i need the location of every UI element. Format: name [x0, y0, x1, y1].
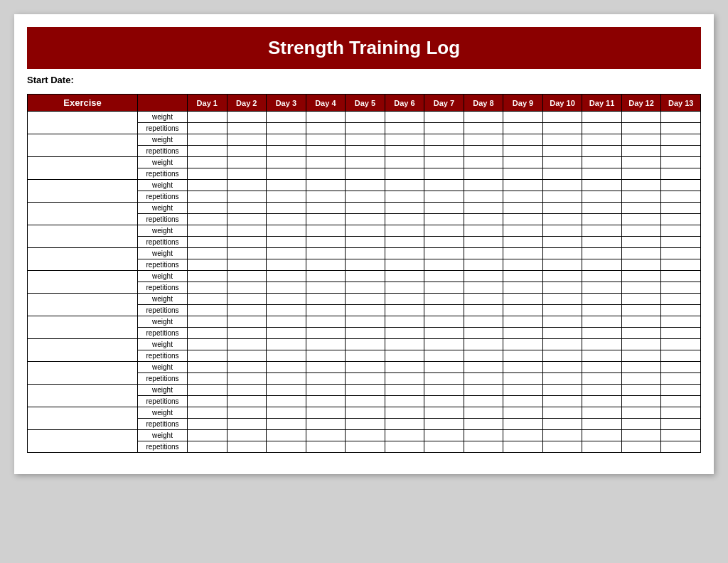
- data-cell[interactable]: [582, 419, 622, 430]
- data-cell[interactable]: [424, 373, 464, 385]
- data-cell[interactable]: [227, 134, 267, 146]
- data-cell[interactable]: [385, 430, 424, 441]
- data-cell[interactable]: [346, 168, 385, 180]
- data-cell[interactable]: [346, 259, 385, 271]
- data-cell[interactable]: [542, 157, 582, 168]
- data-cell[interactable]: [424, 294, 464, 305]
- data-cell[interactable]: [582, 225, 622, 237]
- data-cell[interactable]: [661, 419, 701, 430]
- data-cell[interactable]: [503, 237, 543, 248]
- data-cell[interactable]: [346, 248, 385, 259]
- data-cell[interactable]: [503, 305, 543, 316]
- exercise-cell[interactable]: [28, 362, 138, 385]
- data-cell[interactable]: [542, 180, 582, 191]
- data-cell[interactable]: [306, 430, 346, 441]
- data-cell[interactable]: [227, 146, 267, 157]
- data-cell[interactable]: [385, 157, 424, 168]
- data-cell[interactable]: [582, 214, 622, 225]
- data-cell[interactable]: [621, 305, 661, 316]
- data-cell[interactable]: [267, 407, 306, 419]
- data-cell[interactable]: [306, 350, 346, 362]
- data-cell[interactable]: [385, 362, 424, 373]
- data-cell[interactable]: [464, 294, 503, 305]
- data-cell[interactable]: [385, 112, 424, 123]
- data-cell[interactable]: [424, 328, 464, 339]
- data-cell[interactable]: [621, 441, 661, 453]
- data-cell[interactable]: [542, 214, 582, 225]
- data-cell[interactable]: [542, 123, 582, 134]
- data-cell[interactable]: [188, 339, 228, 350]
- data-cell[interactable]: [346, 271, 385, 282]
- data-cell[interactable]: [621, 294, 661, 305]
- data-cell[interactable]: [661, 146, 701, 157]
- data-cell[interactable]: [188, 157, 228, 168]
- exercise-cell[interactable]: [28, 112, 138, 134]
- data-cell[interactable]: [621, 396, 661, 407]
- data-cell[interactable]: [464, 157, 503, 168]
- data-cell[interactable]: [306, 180, 346, 191]
- data-cell[interactable]: [661, 248, 701, 259]
- data-cell[interactable]: [503, 294, 543, 305]
- data-cell[interactable]: [582, 134, 622, 146]
- data-cell[interactable]: [582, 396, 622, 407]
- data-cell[interactable]: [267, 123, 306, 134]
- data-cell[interactable]: [424, 305, 464, 316]
- data-cell[interactable]: [424, 339, 464, 350]
- data-cell[interactable]: [582, 294, 622, 305]
- data-cell[interactable]: [306, 316, 346, 328]
- data-cell[interactable]: [464, 271, 503, 282]
- data-cell[interactable]: [385, 146, 424, 157]
- data-cell[interactable]: [385, 328, 424, 339]
- data-cell[interactable]: [661, 237, 701, 248]
- data-cell[interactable]: [227, 373, 267, 385]
- data-cell[interactable]: [267, 385, 306, 396]
- data-cell[interactable]: [346, 430, 385, 441]
- data-cell[interactable]: [306, 271, 346, 282]
- data-cell[interactable]: [267, 134, 306, 146]
- data-cell[interactable]: [227, 419, 267, 430]
- data-cell[interactable]: [346, 134, 385, 146]
- data-cell[interactable]: [227, 305, 267, 316]
- data-cell[interactable]: [346, 146, 385, 157]
- data-cell[interactable]: [267, 339, 306, 350]
- data-cell[interactable]: [621, 385, 661, 396]
- data-cell[interactable]: [582, 373, 622, 385]
- data-cell[interactable]: [267, 180, 306, 191]
- data-cell[interactable]: [661, 441, 701, 453]
- data-cell[interactable]: [661, 168, 701, 180]
- data-cell[interactable]: [542, 305, 582, 316]
- data-cell[interactable]: [464, 430, 503, 441]
- data-cell[interactable]: [306, 248, 346, 259]
- data-cell[interactable]: [424, 385, 464, 396]
- data-cell[interactable]: [621, 225, 661, 237]
- data-cell[interactable]: [542, 225, 582, 237]
- data-cell[interactable]: [424, 134, 464, 146]
- data-cell[interactable]: [424, 441, 464, 453]
- data-cell[interactable]: [621, 248, 661, 259]
- data-cell[interactable]: [582, 248, 622, 259]
- data-cell[interactable]: [424, 191, 464, 203]
- data-cell[interactable]: [267, 328, 306, 339]
- data-cell[interactable]: [464, 407, 503, 419]
- exercise-cell[interactable]: [28, 134, 138, 157]
- exercise-cell[interactable]: [28, 430, 138, 453]
- data-cell[interactable]: [267, 419, 306, 430]
- data-cell[interactable]: [424, 396, 464, 407]
- data-cell[interactable]: [503, 157, 543, 168]
- data-cell[interactable]: [661, 282, 701, 294]
- data-cell[interactable]: [306, 396, 346, 407]
- data-cell[interactable]: [346, 350, 385, 362]
- data-cell[interactable]: [188, 203, 228, 214]
- data-cell[interactable]: [385, 294, 424, 305]
- data-cell[interactable]: [188, 430, 228, 441]
- data-cell[interactable]: [306, 339, 346, 350]
- data-cell[interactable]: [542, 419, 582, 430]
- data-cell[interactable]: [267, 191, 306, 203]
- data-cell[interactable]: [227, 316, 267, 328]
- data-cell[interactable]: [306, 419, 346, 430]
- data-cell[interactable]: [188, 214, 228, 225]
- data-cell[interactable]: [306, 237, 346, 248]
- data-cell[interactable]: [621, 237, 661, 248]
- data-cell[interactable]: [542, 294, 582, 305]
- data-cell[interactable]: [306, 123, 346, 134]
